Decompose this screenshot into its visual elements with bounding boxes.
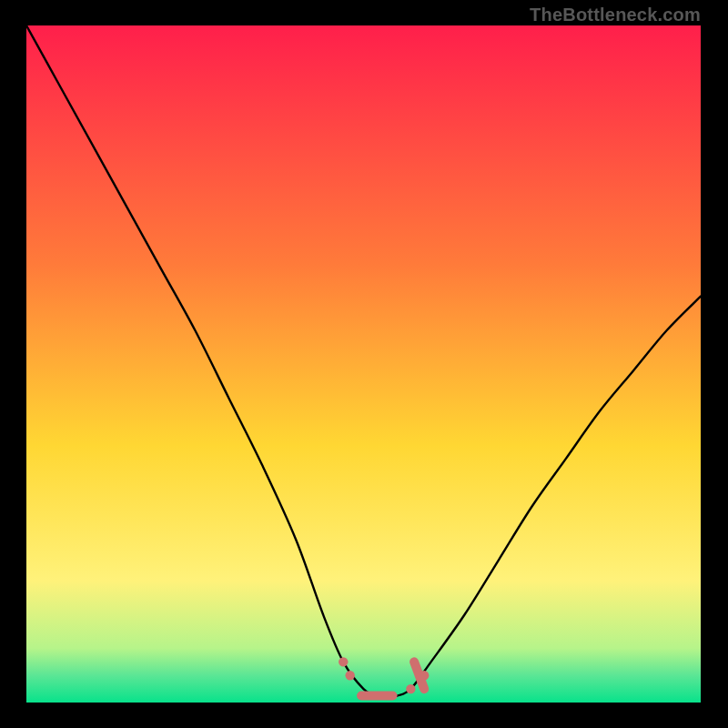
watermark-text: TheBottleneck.com — [530, 5, 701, 25]
plot-area — [26, 25, 701, 703]
bottleneck-curve — [26, 25, 701, 703]
curve-marker-bar — [357, 692, 397, 701]
chart-stage: TheBottleneck.com — [0, 0, 728, 728]
curve-marker-dot — [345, 671, 354, 680]
curve-marker-dot — [406, 684, 415, 693]
curve-marker-dot — [339, 657, 348, 666]
